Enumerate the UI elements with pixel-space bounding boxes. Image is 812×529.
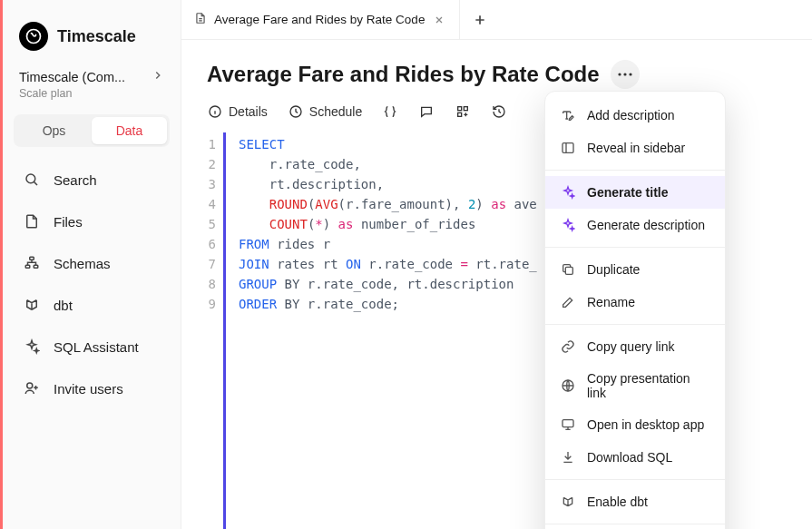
context-menu: Add description Reveal in sidebar Genera… xyxy=(544,91,726,529)
sidebar-reveal-icon xyxy=(560,140,576,156)
nav-invite[interactable]: Invite users xyxy=(10,368,173,408)
menu-label: Reveal in sidebar xyxy=(587,141,685,155)
menu-duplicate[interactable]: Duplicate xyxy=(545,253,725,286)
more-menu-button[interactable] xyxy=(611,60,640,89)
file-icon xyxy=(23,212,41,230)
menu-separator xyxy=(545,247,725,248)
menu-label: Generate title xyxy=(587,185,668,200)
nav-dbt[interactable]: dbt xyxy=(10,285,173,325)
info-icon xyxy=(207,103,223,120)
tab-title: Average Fare and Rides by Rate Code xyxy=(214,13,425,26)
editor-tab[interactable]: Average Fare and Rides by Rate Code xyxy=(181,0,460,39)
menu-generate-title[interactable]: Generate title xyxy=(545,176,725,209)
svg-rect-2 xyxy=(30,257,34,260)
page-title: Average Fare and Rides by Rate Code xyxy=(207,62,600,87)
menu-label: Generate description xyxy=(587,218,705,232)
nav-search[interactable]: Search xyxy=(10,160,173,200)
nav-files[interactable]: Files xyxy=(10,201,173,241)
comment-button[interactable] xyxy=(418,103,435,120)
menu-copy-presentation-link[interactable]: Copy presentation link xyxy=(545,363,725,408)
svg-rect-15 xyxy=(565,267,572,274)
menu-label: Rename xyxy=(587,295,635,309)
braces-icon xyxy=(382,103,398,120)
add-tab-button[interactable] xyxy=(460,13,500,27)
search-icon xyxy=(23,171,41,189)
line-gutter: 123456789 xyxy=(198,132,223,529)
svg-rect-3 xyxy=(25,265,30,268)
sparkle-icon xyxy=(560,184,576,201)
brand-logo[interactable]: Timescale xyxy=(3,15,181,69)
menu-download-sql[interactable]: Download SQL xyxy=(545,441,725,474)
svg-rect-17 xyxy=(563,420,573,427)
clock-icon xyxy=(288,103,304,120)
menu-label: Copy presentation link xyxy=(587,371,710,400)
comment-icon xyxy=(418,103,435,120)
org-plan: Scale plan xyxy=(3,87,181,114)
presentation-link-icon xyxy=(560,377,576,394)
page-header: Average Fare and Rides by Rate Code xyxy=(181,40,812,96)
tab-data[interactable]: Data xyxy=(92,117,167,144)
invite-icon xyxy=(23,379,41,397)
menu-generate-description[interactable]: Generate description xyxy=(545,209,725,241)
nav-schemas[interactable]: Schemas xyxy=(10,243,173,283)
tabbar: Average Fare and Rides by Rate Code xyxy=(181,0,812,40)
svg-rect-14 xyxy=(563,143,573,153)
menu-label: Add description xyxy=(587,108,675,122)
svg-point-5 xyxy=(27,383,33,388)
pencil-icon xyxy=(560,294,576,310)
tab-ops[interactable]: Ops xyxy=(16,117,92,144)
org-switcher[interactable]: Timescale (Com... xyxy=(3,69,181,87)
menu-label: Duplicate xyxy=(587,262,640,277)
schedule-button[interactable]: Schedule xyxy=(288,103,362,120)
download-icon xyxy=(560,449,576,465)
svg-point-8 xyxy=(629,73,631,75)
toolbar-label: Details xyxy=(229,104,268,119)
menu-label: Open in desktop app xyxy=(587,417,704,432)
nav-label: SQL Assistant xyxy=(54,339,139,355)
menu-label: Download SQL xyxy=(587,450,672,465)
menu-enable-dbt[interactable]: Enable dbt xyxy=(545,485,725,518)
org-name: Timescale (Com... xyxy=(19,70,125,84)
timescale-logo-icon xyxy=(19,22,48,51)
history-button[interactable] xyxy=(491,103,507,120)
grid-add-icon xyxy=(455,103,471,120)
document-icon xyxy=(194,12,207,27)
menu-add-description[interactable]: Add description xyxy=(545,99,725,132)
layout-button[interactable] xyxy=(455,103,471,120)
nav-label: Files xyxy=(54,214,83,230)
format-button[interactable] xyxy=(382,103,398,120)
sidebar-nav: Search Files Schemas dbt SQL Assistant I… xyxy=(3,160,181,408)
menu-open-desktop[interactable]: Open in desktop app xyxy=(545,408,725,441)
type-icon xyxy=(560,107,576,123)
duplicate-icon xyxy=(560,261,576,278)
menu-label: Copy query link xyxy=(587,339,675,354)
menu-reveal[interactable]: Reveal in sidebar xyxy=(545,132,725,164)
desktop-icon xyxy=(560,416,576,433)
nav-label: Invite users xyxy=(54,381,123,397)
menu-separator xyxy=(545,479,725,480)
menu-copy-query-link[interactable]: Copy query link xyxy=(545,330,725,363)
nav-label: dbt xyxy=(54,298,73,313)
link-icon xyxy=(560,338,576,355)
view-segmented: Ops Data xyxy=(14,114,170,147)
svg-rect-13 xyxy=(465,107,468,111)
svg-rect-4 xyxy=(34,265,38,268)
dbt-icon xyxy=(23,296,41,314)
nav-sql-assistant[interactable]: SQL Assistant xyxy=(10,327,173,367)
details-button[interactable]: Details xyxy=(207,103,268,120)
nav-label: Schemas xyxy=(54,256,111,271)
toolbar-label: Schedule xyxy=(309,104,362,119)
sidebar: Timescale Timescale (Com... Scale plan O… xyxy=(0,0,181,529)
menu-separator xyxy=(545,170,725,171)
sparkle-icon xyxy=(23,338,41,356)
sparkle-icon xyxy=(560,217,576,233)
svg-rect-12 xyxy=(458,113,462,116)
history-icon xyxy=(491,103,507,120)
code-content[interactable]: SELECT r.rate_code, rt.description, ROUN… xyxy=(223,132,537,529)
svg-point-1 xyxy=(26,174,35,183)
schema-icon xyxy=(23,254,41,272)
menu-rename[interactable]: Rename xyxy=(545,286,725,318)
menu-separator xyxy=(545,324,725,325)
tab-close-icon[interactable] xyxy=(432,13,446,27)
menu-separator xyxy=(545,524,725,524)
